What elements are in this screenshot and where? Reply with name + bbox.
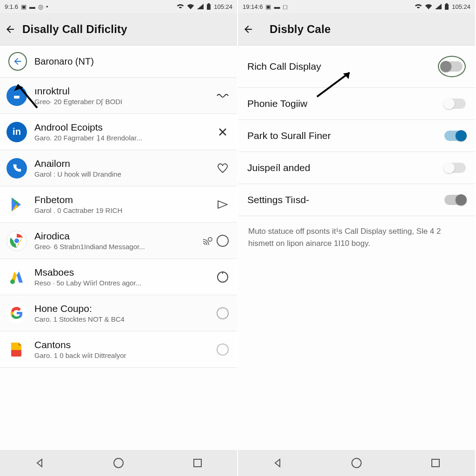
- first-row[interactable]: Baronaro (NT): [0, 46, 237, 78]
- ring-icon[interactable]: [216, 343, 230, 357]
- setting-label: Park to Surall Finer: [247, 130, 331, 141]
- list-item[interactable]: Anailorn Garol : U hook will Drandine: [0, 150, 237, 186]
- svg-rect-15: [432, 459, 439, 467]
- status-icon-circle: ◻: [283, 3, 288, 10]
- navigation-bar: [238, 450, 475, 476]
- app-icon-blue-square: [7, 86, 27, 106]
- status-time-right: 105:24: [214, 3, 232, 10]
- setting-label: Juispeíl anded: [247, 162, 310, 173]
- cast-icon[interactable]: [202, 234, 230, 248]
- content-list[interactable]: Baronaro (NT) ınroktrul Greo· 20 Egterab…: [0, 46, 237, 450]
- status-icon-square: ▣: [21, 3, 26, 10]
- status-icon-rect: ▬: [29, 3, 35, 10]
- nav-back-button[interactable]: [33, 456, 46, 469]
- svg-point-8: [10, 279, 15, 284]
- page-title: Disbly Cale: [270, 23, 331, 36]
- list-item[interactable]: ınroktrul Greo· 20 Egteraber Dʃ BODI: [0, 78, 237, 114]
- list-item[interactable]: Msaboes Reso · 5o Laby Wíirl Ontres agor…: [0, 259, 237, 295]
- svg-point-6: [14, 238, 20, 244]
- list-item-title: Androol Ecoipts: [34, 122, 208, 133]
- settings-content[interactable]: Rich Call Display Phonie Togiiw Park to …: [238, 46, 475, 450]
- first-row-label: Baronaro (NT): [34, 56, 94, 67]
- svg-rect-13: [446, 3, 448, 4]
- status-icon-dot: •: [46, 3, 48, 10]
- app-bar: Disally Call Dificlity: [0, 13, 237, 46]
- svg-rect-3: [14, 93, 20, 96]
- wifi-icon: [177, 4, 184, 9]
- setting-settings-tisd[interactable]: Settings Tiısd-: [238, 184, 475, 216]
- setting-label: Settings Tiısd-: [247, 194, 309, 205]
- nav-back-button[interactable]: [271, 456, 284, 469]
- svg-rect-11: [194, 459, 201, 467]
- list-item-title: Msaboes: [34, 267, 208, 278]
- status-left: 19:14:6 ▣ ▬ ◻: [243, 3, 288, 10]
- list-item-title: Anailorn: [34, 158, 208, 169]
- list-item-title: Fnbetom: [34, 194, 208, 205]
- close-icon[interactable]: [216, 125, 230, 139]
- linkedin-icon: in: [7, 122, 27, 142]
- svg-rect-0: [207, 4, 211, 10]
- heart-outline-icon[interactable]: [216, 161, 230, 175]
- circled-toggle-highlight: [438, 56, 466, 77]
- list-item[interactable]: in Androol Ecoipts Garo. 20 Fagrraber 1̦…: [0, 114, 237, 150]
- status-bar: 19:14:6 ▣ ▬ ◻ 105:24: [238, 0, 475, 13]
- back-button[interactable]: [5, 24, 16, 35]
- ring-icon: [217, 235, 229, 247]
- signal-icon: [197, 4, 204, 9]
- wifi-icon: [415, 4, 422, 9]
- toggle-switch[interactable]: [444, 163, 466, 173]
- list-item[interactable]: Airodica Greo· 6 Strabn1Indiand Messagor…: [0, 223, 237, 259]
- list-item-sub: Garo. 20 Fagrraber 1̦4 Brendolar...: [34, 134, 208, 142]
- back-button[interactable]: [243, 24, 254, 35]
- chrome-icon: [7, 231, 27, 251]
- page-title: Disally Call Dificlity: [22, 23, 127, 36]
- nav-home-button[interactable]: [112, 456, 125, 469]
- circled-back-icon[interactable]: [8, 52, 27, 71]
- status-left: 9:1.6 ▣ ▬ ◎ •: [5, 3, 48, 10]
- status-icon-square: ▣: [265, 3, 271, 10]
- setting-label: Phonie Togiiw: [247, 98, 307, 109]
- list-item[interactable]: Fnbetom Garol . 0 Cactraber 19 RICH: [0, 186, 237, 223]
- phone-left: 9:1.6 ▣ ▬ ◎ • 105:24 Disally Cal: [0, 0, 238, 476]
- svg-point-14: [352, 458, 361, 468]
- play-store-icon: [7, 194, 27, 215]
- list-item-title: Hone Coupo:: [34, 303, 208, 314]
- nav-home-button[interactable]: [350, 456, 363, 469]
- list-item[interactable]: Hone Coupo: Caro. 1 Stocktes NOT & BC4: [0, 295, 237, 331]
- nav-recents-button[interactable]: [191, 456, 204, 469]
- toggle-switch[interactable]: [444, 131, 466, 141]
- phone-right: 19:14:6 ▣ ▬ ◻ 105:24 Disbly Cale: [238, 0, 476, 476]
- nav-recents-button[interactable]: [429, 456, 442, 469]
- list-item-sub: Greo· 6 Strabn1Indiand Messagor...: [34, 243, 194, 251]
- phone-icon: [7, 158, 27, 178]
- list-item-title: ınroktrul: [34, 86, 208, 97]
- list-item[interactable]: Cantons Garo. 1 0 back wíit Dittrealyor: [0, 331, 237, 368]
- signal-icon: [435, 4, 442, 9]
- ring-icon[interactable]: [216, 306, 230, 320]
- toggle-switch[interactable]: [441, 61, 463, 72]
- status-icon-target: ◎: [38, 3, 43, 10]
- list-item-title: Cantons: [34, 339, 208, 350]
- status-icon-rect: ▬: [274, 3, 280, 10]
- play-outline-icon[interactable]: [216, 198, 230, 212]
- setting-phonie-togiw[interactable]: Phonie Togiiw: [238, 88, 475, 120]
- list-item-sub: Garol . 0 Cactraber 19 RICH: [34, 206, 208, 214]
- setting-park-surall-finer[interactable]: Park to Surall Finer: [238, 120, 475, 152]
- wifi-solid-icon: [187, 4, 194, 9]
- list-item-sub: Garol : U hook will Drandine: [34, 170, 208, 178]
- status-bar: 9:1.6 ▣ ▬ ◎ • 105:24: [0, 0, 237, 13]
- setting-rich-call-display[interactable]: Rich Call Display: [238, 46, 475, 88]
- setting-juispeil-anded[interactable]: Juispeíl anded: [238, 152, 475, 184]
- toggle-switch[interactable]: [444, 99, 466, 109]
- ring-icon[interactable]: [216, 270, 230, 284]
- svg-rect-12: [445, 4, 449, 10]
- sheets-icon: [7, 339, 27, 360]
- list-item-sub: Garo. 1 0 back wíit Dittrealyor: [34, 351, 208, 359]
- toggle-switch[interactable]: [444, 195, 466, 205]
- list-item-sub: Greo· 20 Egteraber Dʃ BODI: [34, 98, 208, 106]
- setting-label: Rich Call Display: [247, 61, 321, 72]
- status-right: 105:24: [415, 3, 470, 10]
- status-right: 105:24: [177, 3, 232, 10]
- wifi-solid-icon: [425, 4, 432, 9]
- app-bar: Disbly Cale: [238, 13, 475, 46]
